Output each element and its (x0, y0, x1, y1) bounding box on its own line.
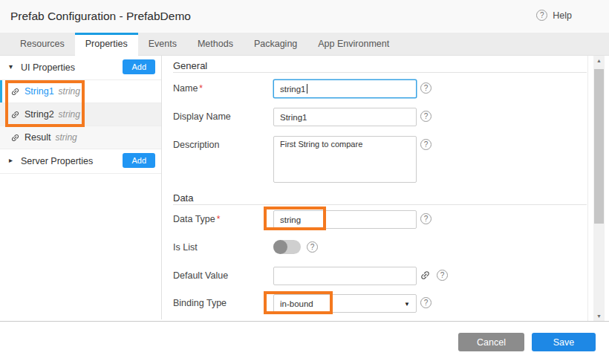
window-header: Prefab Configuration - PrefabDemo ? Help (0, 0, 609, 33)
bind-link-icon[interactable] (417, 267, 433, 283)
scroll-up-arrow[interactable]: ▲ (593, 56, 605, 66)
property-type: string (59, 86, 80, 97)
name-label: Name* (173, 83, 203, 94)
server-properties-header[interactable]: ▸ Server Properties Add (0, 149, 161, 174)
tab-properties[interactable]: Properties (75, 33, 138, 56)
ui-properties-header[interactable]: ▾ UI Properties Add (0, 56, 161, 80)
description-help-icon[interactable]: ? (420, 139, 431, 150)
data-type-input[interactable]: string (273, 210, 417, 229)
default-value-input[interactable] (273, 267, 417, 285)
default-value-help-icon[interactable]: ? (437, 270, 448, 281)
link-icon (8, 108, 22, 121)
toggle-knob (273, 240, 287, 254)
property-type: string (55, 132, 76, 143)
ui-properties-label: UI Properties (21, 62, 75, 73)
add-server-property-button[interactable]: Add (123, 153, 155, 168)
data-section-title: Data (173, 192, 193, 204)
data-type-help-icon[interactable]: ? (420, 213, 431, 224)
tab-resources[interactable]: Resources (10, 33, 75, 56)
dropdown-arrow-icon: ▼ (404, 301, 410, 308)
cancel-button[interactable]: Cancel (458, 333, 524, 351)
scroll-down-arrow[interactable]: ▼ (593, 311, 605, 322)
default-value-label: Default Value (173, 270, 228, 281)
properties-sidebar: ▾ UI Properties Add String1 string Strin… (0, 56, 162, 319)
is-list-label: Is List (173, 242, 198, 253)
property-type: string (59, 109, 80, 120)
add-ui-property-button[interactable]: Add (123, 59, 155, 74)
is-list-help-icon[interactable]: ? (307, 241, 318, 253)
tab-methods[interactable]: Methods (187, 33, 244, 56)
server-properties-label: Server Properties (21, 156, 93, 166)
prefab-config-window: Prefab Configuration - PrefabDemo ? Help… (0, 0, 609, 364)
binding-type-label: Binding Type (173, 298, 227, 308)
selected-indicator-bar (0, 80, 2, 103)
property-name: Result (25, 132, 51, 143)
data-section-divider (173, 204, 587, 205)
window-title: Prefab Configuration - PrefabDemo (10, 10, 191, 23)
description-label: Description (173, 140, 220, 150)
tab-events[interactable]: Events (138, 33, 187, 56)
required-asterisk: * (217, 214, 221, 224)
required-asterisk: * (199, 83, 203, 94)
help-button[interactable]: ? Help (536, 10, 572, 21)
is-list-toggle[interactable] (273, 240, 301, 254)
display-name-help-icon[interactable]: ? (420, 111, 431, 122)
sidebar-item-string2[interactable]: String2 string (0, 103, 161, 126)
name-help-icon[interactable]: ? (420, 82, 431, 94)
tab-packaging[interactable]: Packaging (244, 33, 307, 56)
help-circle-icon: ? (536, 10, 547, 21)
vertical-scrollbar[interactable]: ▲ ▼ (593, 56, 605, 322)
text-cursor (307, 84, 307, 94)
help-label: Help (553, 10, 572, 21)
general-section-divider (173, 72, 587, 73)
name-input[interactable]: string1 (273, 79, 417, 98)
chevron-right-icon: ▸ (9, 156, 13, 164)
binding-type-help-icon[interactable]: ? (420, 297, 431, 308)
link-icon (8, 85, 22, 98)
property-name: String2 (25, 109, 54, 120)
description-textarea[interactable]: First String to compare (273, 136, 417, 183)
property-name: String1 (25, 86, 54, 97)
property-form-panel: General Name* string1 ? Display Name Str… (163, 56, 588, 321)
save-button[interactable]: Save (532, 333, 596, 351)
general-section-title: General (173, 60, 207, 71)
scrollbar-thumb[interactable] (594, 69, 604, 224)
display-name-input[interactable]: String1 (273, 108, 417, 126)
chevron-down-icon: ▾ (9, 62, 13, 71)
tab-bar: Resources Properties Events Methods Pack… (0, 33, 609, 56)
data-type-label: Data Type* (173, 214, 220, 224)
sidebar-item-string1[interactable]: String1 string (0, 80, 161, 103)
sidebar-item-result[interactable]: Result string (0, 126, 161, 149)
footer-divider (0, 321, 609, 322)
link-icon (8, 131, 22, 144)
tab-app-environment[interactable]: App Environment (307, 33, 400, 56)
display-name-label: Display Name (173, 111, 231, 122)
binding-type-select[interactable]: in-bound ▼ (273, 294, 417, 313)
